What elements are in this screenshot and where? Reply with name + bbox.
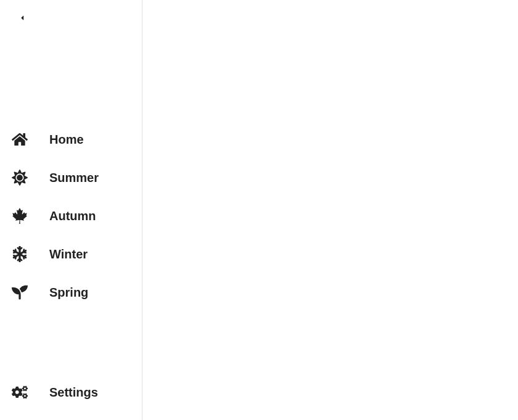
collapse-sidebar-button[interactable]	[16, 12, 28, 25]
sidebar-item-autumn[interactable]: Autumn	[0, 197, 142, 235]
sidebar-item-label: Settings	[49, 385, 98, 400]
sidebar-item-home[interactable]: Home	[0, 120, 142, 159]
leaf-icon	[11, 207, 28, 224]
sidebar-item-label: Winter	[49, 247, 88, 261]
sidebar-item-winter[interactable]: Winter	[0, 235, 142, 273]
sidebar-footer: Settings	[0, 373, 142, 411]
home-icon	[11, 131, 28, 148]
caret-left-icon	[18, 13, 26, 24]
sidebar-item-label: Home	[49, 133, 84, 147]
sidebar-nav: Home Summer Autumn Winter Spring	[0, 120, 142, 311]
sun-icon	[11, 169, 28, 186]
sidebar-item-spring[interactable]: Spring	[0, 273, 142, 311]
sidebar-item-label: Autumn	[49, 209, 96, 223]
sidebar-item-summer[interactable]: Summer	[0, 159, 142, 197]
sidebar: Home Summer Autumn Winter Spring	[0, 0, 142, 420]
sidebar-item-settings[interactable]: Settings	[0, 373, 142, 411]
main-content	[142, 0, 518, 420]
seedling-icon	[11, 284, 28, 301]
sidebar-item-label: Summer	[49, 171, 99, 185]
cogs-icon	[11, 384, 28, 401]
snowflake-icon	[11, 245, 28, 263]
sidebar-item-label: Spring	[49, 286, 88, 300]
